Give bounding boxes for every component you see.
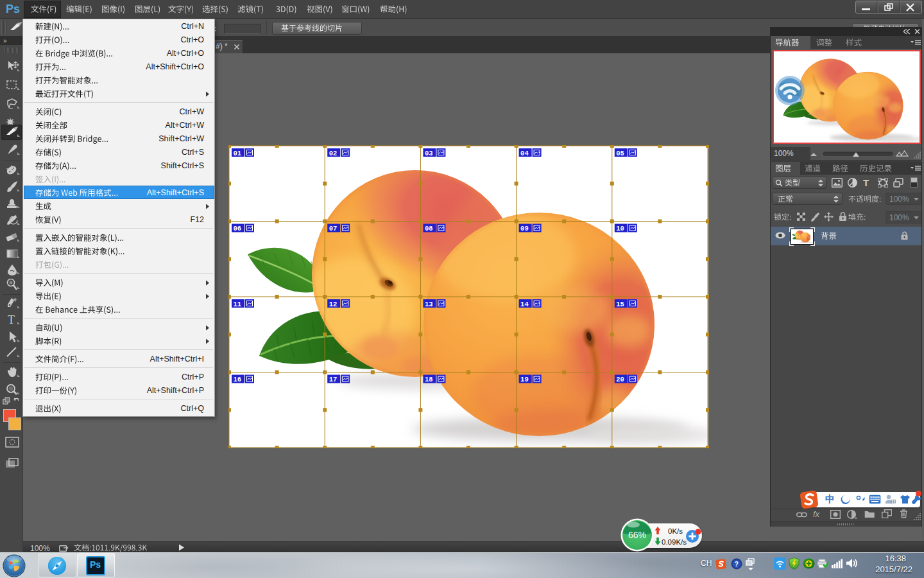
svg-text:07: 07 (329, 225, 338, 232)
svg-text:14: 14 (520, 301, 529, 308)
svg-text:20: 20 (616, 376, 624, 383)
svg-text:11: 11 (891, 500, 896, 504)
svg-text:02: 02 (329, 150, 338, 157)
svg-text:03: 03 (425, 150, 433, 157)
svg-text:13: 13 (425, 301, 433, 308)
svg-text:18: 18 (425, 376, 433, 383)
svg-text:17: 17 (329, 376, 338, 383)
svg-text:04: 04 (520, 150, 529, 157)
svg-text:12: 12 (329, 301, 338, 308)
svg-text:19: 19 (520, 376, 529, 383)
svg-text:11: 11 (234, 301, 242, 308)
svg-text:10: 10 (616, 225, 624, 232)
svg-text:16: 16 (234, 376, 242, 383)
svg-text:08: 08 (425, 225, 433, 232)
svg-text:15: 15 (616, 301, 624, 308)
svg-text:06: 06 (234, 225, 242, 232)
svg-text:T: T (8, 313, 15, 326)
svg-text:?: ? (735, 560, 739, 568)
svg-text:01: 01 (234, 150, 242, 157)
svg-text:09: 09 (520, 225, 529, 232)
svg-text:05: 05 (616, 150, 624, 157)
